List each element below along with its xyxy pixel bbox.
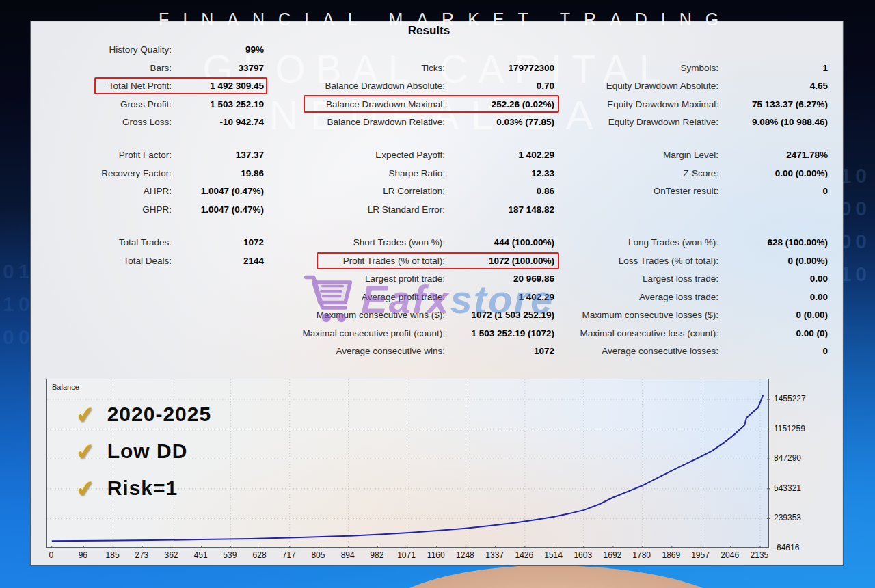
stat-value: 179772300	[445, 62, 554, 72]
stat-row: Profit Factor:137.37Expected Payoff:1 40…	[31, 146, 844, 164]
stat-value: 0.00 (0.00%)	[718, 168, 828, 178]
stat-label: Equity Drawdown Maximal:	[571, 98, 718, 109]
stat-row: Largest profit trade:20 969.86Largest lo…	[31, 269, 844, 288]
stat-value: 0.03% (77.85)	[445, 117, 554, 127]
stat-value: -10 942.74	[172, 117, 264, 127]
check-icon: ✔	[75, 474, 96, 503]
stat-value: 0 (0.00)	[718, 310, 828, 320]
x-axis-tick-label: 96	[79, 550, 88, 560]
x-axis-tick-label: 2046	[721, 550, 739, 560]
x-axis-tick-label: 0	[49, 550, 53, 560]
stat-row: Average profit trade:1 402.29Average los…	[31, 288, 844, 306]
stat-row: Average consecutive wins:1072Average con…	[31, 342, 844, 360]
stat-label: Gross Loss:	[31, 117, 172, 127]
stat-value: 20 969.86	[445, 273, 554, 284]
stat-value: 1	[718, 62, 828, 72]
stat-label: LR Correlation:	[271, 186, 445, 196]
highlight-box-balance-drawdown-maximal	[304, 95, 559, 113]
stat-value: 2144	[172, 255, 264, 265]
checklist-item-text: 2020-2025	[107, 403, 211, 426]
stat-label: Bars:	[31, 62, 172, 72]
arm-photo-background	[373, 565, 736, 588]
stat-label: Maximal consecutive profit (count):	[271, 328, 445, 338]
x-axis-tick-label: 1426	[515, 550, 533, 560]
checklist-row: ✔ 2020-2025	[76, 396, 211, 433]
stat-label: Total Trades:	[31, 237, 172, 248]
checklist-row: ✔ Risk=1	[76, 470, 211, 507]
stat-row: Maximum consecutive wins ($):1072 (1 503…	[31, 306, 844, 324]
y-axis-tick-label: -64616	[774, 543, 799, 552]
stat-value: 0.86	[445, 186, 554, 196]
x-axis-tick-label: 982	[370, 550, 383, 560]
stat-label: Short Trades (won %):	[271, 237, 445, 248]
binary-digit-text: 10	[840, 164, 871, 187]
stat-label: Maximal consecutive loss (count):	[571, 328, 718, 338]
stat-value: 0	[718, 346, 828, 356]
stat-label: Ticks:	[271, 62, 445, 72]
x-axis-tick-label: 1692	[604, 550, 622, 560]
stat-value: 1072	[445, 346, 554, 356]
stat-value: 19.86	[172, 168, 264, 178]
y-axis-tick-label: 1455227	[774, 394, 806, 403]
stat-label: LR Standard Error:	[271, 204, 445, 214]
results-title: Results	[31, 24, 826, 38]
x-axis-tick-label: 1869	[662, 550, 680, 560]
stat-label: Largest profit trade:	[271, 273, 445, 284]
stat-label: Expected Payoff:	[271, 150, 445, 160]
stat-value: 0.00 (0)	[718, 328, 828, 338]
binary-digit-text: 00	[840, 197, 871, 220]
x-axis-tick-label: 2135	[751, 550, 769, 560]
stat-value: 1072	[172, 237, 264, 248]
stat-value: 187 148.82	[445, 204, 554, 214]
binary-digit-text: 10	[840, 263, 871, 286]
x-axis-tick-label: 628	[253, 550, 267, 560]
x-axis-tick-label: 451	[194, 550, 208, 560]
binary-background-decoration-right: 10000010	[840, 164, 871, 286]
x-axis-tick-label: 1514	[544, 550, 563, 560]
stat-label: Balance Drawdown Absolute:	[271, 81, 445, 91]
binary-background-decoration-left: 011000	[3, 260, 33, 349]
checklist-row: ✔ Low DD	[76, 433, 211, 470]
stat-label: Profit Factor:	[31, 150, 172, 160]
x-axis-tick-label: 1957	[691, 550, 710, 560]
stat-value: 4.65	[718, 81, 828, 91]
checklist-item-text: Risk=1	[107, 477, 178, 500]
stat-value: 33797	[172, 62, 264, 72]
x-axis-tick-label: 362	[164, 550, 178, 560]
x-axis-tick-label: 185	[106, 550, 120, 560]
stat-value: 1 402.29	[445, 291, 554, 302]
stat-label: AHPR:	[31, 186, 172, 196]
x-axis-labels: 0961852733624515396287178058949821071116…	[46, 550, 769, 563]
stat-value: 99%	[172, 44, 264, 55]
y-axis-tick-label: 543321	[774, 483, 801, 493]
stat-value: 444 (100.00%)	[445, 237, 554, 248]
stat-value: 2471.78%	[718, 150, 828, 160]
check-icon: ✔	[75, 400, 96, 429]
x-axis-tick-label: 1160	[427, 550, 445, 560]
stat-value: 628 (100.00%)	[718, 237, 828, 248]
stat-value: 0.70	[445, 81, 554, 91]
stat-row: Maximal consecutive profit (count):1 503…	[31, 324, 844, 343]
checklist: ✔ 2020-2025 ✔ Low DD ✔ Risk=1	[76, 396, 211, 507]
x-axis-tick-label: 539	[223, 550, 237, 560]
stat-value: 9.08% (10 988.46)	[718, 117, 828, 127]
stat-value: 12.33	[445, 168, 554, 178]
x-axis-tick-label: 1337	[485, 550, 504, 560]
stat-label: Total Deals:	[31, 255, 172, 265]
x-axis-tick-label: 1248	[456, 550, 474, 560]
y-axis-tick-label: 847290	[774, 453, 801, 463]
stat-label: Largest loss trade:	[571, 273, 718, 284]
highlight-box-total-net-profit	[94, 77, 267, 94]
binary-digit-text: 00	[3, 325, 33, 349]
highlight-box-profit-trades	[317, 252, 559, 269]
stat-label: Sharpe Ratio:	[271, 168, 445, 178]
stats-block-ratios: Profit Factor:137.37Expected Payoff:1 40…	[31, 146, 844, 218]
x-axis-tick-label: 805	[311, 550, 325, 560]
stat-value: 75 133.37 (6.27%)	[718, 98, 828, 109]
stat-value: 1072 (1 503 252.19)	[445, 310, 554, 320]
stat-label: Long Trades (won %):	[571, 237, 718, 248]
report-panel: GLOBAL CAPITAL NEURAL EA Eafxstore Resul…	[31, 21, 843, 565]
stat-row: AHPR:1.0047 (0.47%)LR Correlation:0.86On…	[31, 182, 844, 200]
stat-label: Average profit trade:	[271, 291, 445, 302]
stat-label: Equity Drawdown Absolute:	[571, 81, 718, 91]
